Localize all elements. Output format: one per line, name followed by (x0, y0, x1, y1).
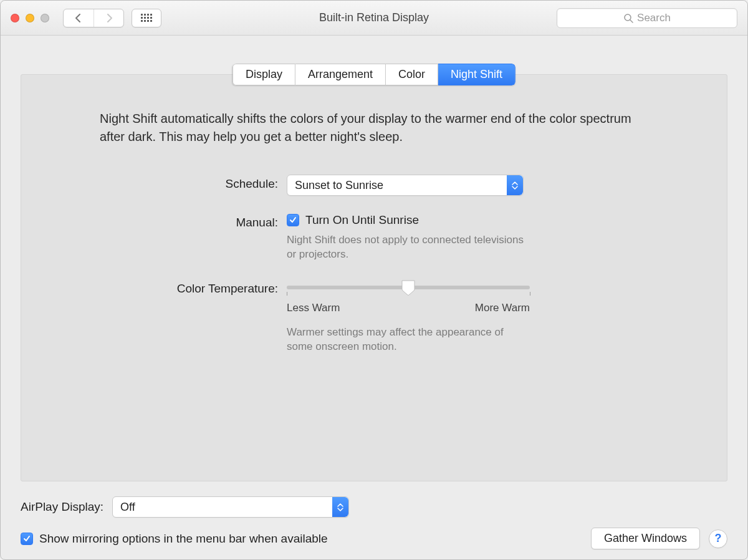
tab-night-shift[interactable]: Night Shift (438, 64, 515, 85)
schedule-label: Schedule: (100, 175, 287, 191)
manual-checkbox[interactable] (287, 214, 299, 226)
manual-label: Manual: (100, 213, 287, 229)
help-button[interactable]: ? (709, 529, 727, 548)
airplay-value: Off (120, 501, 135, 514)
nav-back-forward (63, 9, 124, 27)
window-body: Display Arrangement Color Night Shift Ni… (1, 36, 747, 559)
manual-option-label: Turn On Until Sunrise (305, 213, 419, 227)
schedule-value: Sunset to Sunrise (295, 179, 383, 192)
mirroring-label: Show mirroring options in the menu bar w… (39, 532, 328, 546)
svg-line-1 (630, 20, 633, 22)
chevron-left-icon (75, 14, 82, 22)
chevron-right-icon (105, 14, 113, 22)
window-minimize-button[interactable] (26, 14, 34, 22)
mirroring-checkbox[interactable] (21, 533, 33, 545)
titlebar: Built-in Retina Display Search (1, 1, 747, 36)
search-icon (623, 13, 633, 23)
color-temp-label: Color Temperature: (100, 279, 287, 296)
slider-max-label: More Warm (475, 302, 530, 314)
airplay-popup[interactable]: Off (112, 496, 349, 518)
show-all-button[interactable] (132, 9, 161, 27)
popup-stepper-icon (507, 175, 523, 195)
forward-button[interactable] (94, 9, 123, 27)
window-zoom-button[interactable] (41, 14, 49, 22)
popup-stepper-icon (332, 497, 348, 517)
gather-windows-button[interactable]: Gather Windows (591, 528, 700, 549)
tab-arrangement[interactable]: Arrangement (295, 64, 386, 85)
tabs: Display Arrangement Color Night Shift (233, 64, 515, 85)
checkmark-icon (289, 216, 297, 224)
grid-icon (141, 14, 152, 22)
schedule-popup[interactable]: Sunset to Sunrise (287, 175, 524, 196)
checkmark-icon (23, 535, 31, 543)
night-shift-description: Night Shift automatically shifts the col… (100, 110, 648, 146)
window-close-button[interactable] (11, 14, 19, 22)
manual-note: Night Shift does not apply to connected … (287, 233, 524, 262)
preferences-window: Built-in Retina Display Search Display A… (0, 0, 748, 560)
back-button[interactable] (64, 9, 94, 27)
tab-display[interactable]: Display (233, 64, 295, 85)
color-temp-slider[interactable] (287, 286, 530, 289)
search-input[interactable]: Search (557, 8, 737, 28)
color-temp-note: Warmer settings may affect the appearanc… (287, 326, 524, 354)
airplay-label: AirPlay Display: (21, 500, 103, 514)
slider-min-label: Less Warm (287, 302, 340, 314)
traffic-lights (11, 14, 49, 22)
tab-panel: Display Arrangement Color Night Shift Ni… (21, 74, 727, 481)
question-icon: ? (715, 532, 722, 545)
tab-color[interactable]: Color (386, 64, 438, 85)
search-placeholder: Search (637, 12, 671, 24)
